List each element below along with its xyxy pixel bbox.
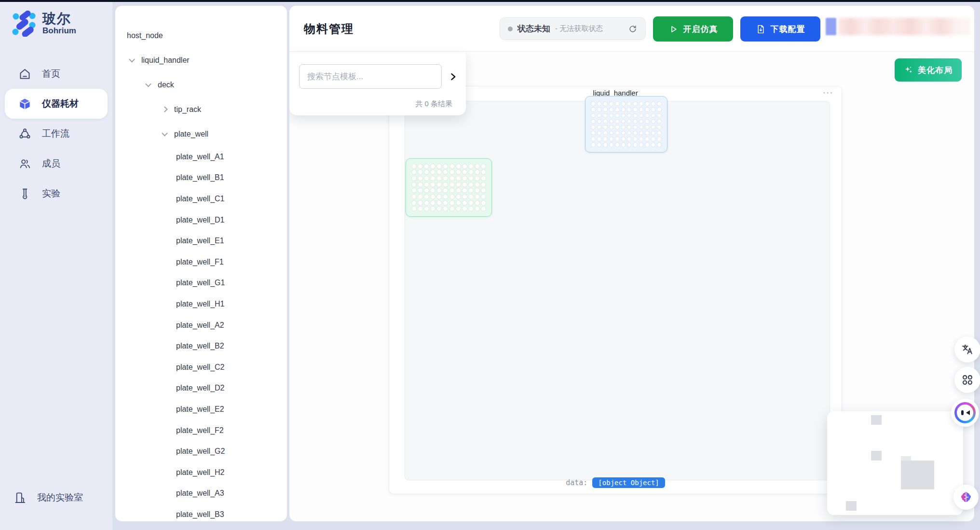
beautify-layout-button[interactable]: 美化布局 — [895, 58, 962, 82]
chevron-right-icon[interactable] — [162, 106, 168, 112]
deck-canvas[interactable] — [405, 101, 830, 480]
tree-node-plate_well_B1[interactable]: plate_well_B1 — [115, 167, 287, 189]
status-badge: 状态未知 - 无法获取状态 — [500, 17, 646, 40]
translate-button[interactable] — [954, 336, 980, 363]
tree-node-liquid_handler[interactable]: liquid_handler — [115, 48, 287, 72]
sidebar-item-experiment[interactable]: 实验 — [5, 179, 108, 209]
well — [615, 113, 620, 118]
tree-node-host_node[interactable]: host_node — [115, 23, 287, 48]
well — [411, 194, 417, 199]
well — [591, 125, 596, 130]
minimap-node-square — [871, 415, 882, 425]
well — [475, 164, 480, 169]
sidebar-item-my-lab[interactable]: 我的实验室 — [5, 484, 108, 512]
tree-node-plate_well_H2[interactable]: plate_well_H2 — [115, 462, 287, 483]
well — [597, 131, 602, 136]
page-header: 物料管理 状态未知 - 无法获取状态 开启仿真 下载配置 — [289, 6, 974, 52]
tree-node-label: plate_well_E1 — [176, 237, 224, 245]
well — [639, 119, 644, 124]
well — [456, 164, 461, 169]
tree-node-plate_well_F1[interactable]: plate_well_F1 — [115, 251, 287, 273]
tree-node-label: plate_well_A1 — [176, 153, 224, 161]
sidebar-item-instruments[interactable]: 仪器耗材 — [5, 89, 108, 119]
tree-node-label: plate_well_F2 — [176, 426, 224, 435]
apps-grid-button[interactable] — [954, 367, 980, 393]
app-logo-text: 玻尔 Bohrium — [42, 12, 76, 36]
well — [475, 194, 480, 199]
well — [609, 107, 614, 112]
tree-node-plate_well_F2[interactable]: plate_well_F2 — [115, 420, 287, 441]
tree-node-plate_well_G1[interactable]: plate_well_G1 — [115, 273, 287, 294]
workflow-icon — [18, 127, 31, 140]
tree-node-label: plate_well_G2 — [176, 447, 225, 456]
sidebar-item-home[interactable]: 首页 — [5, 59, 108, 89]
well — [603, 113, 608, 118]
canvas-minimap[interactable] — [827, 411, 963, 515]
well — [615, 107, 620, 112]
well — [468, 164, 474, 169]
sidebar-item-members[interactable]: 成员 — [5, 149, 108, 179]
tree-node-tip_rack[interactable]: tip_rack — [115, 97, 287, 122]
tree-node-plate_well[interactable]: plate_well — [115, 122, 287, 146]
start-simulation-button[interactable]: 开启仿真 — [653, 16, 733, 42]
tree-node-plate_well_E2[interactable]: plate_well_E2 — [115, 399, 287, 420]
status-dot-icon — [508, 27, 513, 31]
well — [639, 137, 644, 141]
chevron-down-icon[interactable] — [129, 56, 135, 63]
well — [609, 113, 614, 118]
tree-node-plate_well_G2[interactable]: plate_well_G2 — [115, 441, 287, 462]
tree-node-plate_well_C1[interactable]: plate_well_C1 — [115, 188, 287, 209]
tree-node-plate_well_D1[interactable]: plate_well_D1 — [115, 209, 287, 231]
node-menu-dots-icon[interactable]: ⋯ — [822, 87, 834, 98]
well-plate-green[interactable] — [406, 158, 492, 217]
download-config-button[interactable]: 下载配置 — [740, 16, 820, 42]
search-submit-chevron-icon[interactable] — [447, 71, 459, 84]
tree-node-plate_well_A2[interactable]: plate_well_A2 — [115, 315, 287, 336]
well — [609, 101, 614, 106]
tree-node-plate_well_D2[interactable]: plate_well_D2 — [115, 378, 287, 399]
well — [609, 119, 614, 124]
well — [627, 101, 632, 106]
tree-node-plate_well_A1[interactable]: plate_well_A1 — [115, 146, 287, 167]
tree-node-plate_well_C2[interactable]: plate_well_C2 — [115, 357, 287, 378]
app-logo[interactable]: 玻尔 Bohrium — [11, 11, 76, 37]
tree-node-plate_well_B2[interactable]: plate_well_B2 — [115, 335, 287, 357]
well — [430, 176, 436, 181]
tree-node-plate_well_B3[interactable]: plate_well_B3 — [115, 504, 287, 521]
well — [645, 137, 650, 141]
well — [449, 169, 455, 175]
well — [603, 137, 608, 141]
well — [621, 137, 626, 141]
well-plate-blue[interactable] — [585, 96, 667, 153]
well — [436, 169, 442, 175]
well — [651, 137, 656, 141]
sidebar-nav: 首页 仪器耗材 工作流 — [0, 59, 112, 209]
well — [411, 164, 417, 169]
liquid-handler-node[interactable]: liquid_handler ⋯ data: [object Object] — [389, 86, 842, 494]
well — [468, 169, 474, 175]
well — [621, 131, 626, 136]
ai-brain-button[interactable] — [953, 485, 979, 510]
well — [615, 101, 620, 106]
app-name-cn: 玻尔 — [42, 12, 76, 27]
assistant-robot-button[interactable] — [951, 399, 979, 427]
well — [443, 182, 448, 187]
well — [651, 107, 656, 112]
well — [456, 206, 461, 211]
tree-node-label: plate_well_E2 — [176, 405, 224, 414]
node-tree-panel: host_nodeliquid_handlerdecktip_rackplate… — [115, 6, 287, 521]
well — [481, 164, 486, 169]
tree-node-deck[interactable]: deck — [115, 72, 287, 97]
tree-node-plate_well_A3[interactable]: plate_well_A3 — [115, 483, 287, 504]
bohrium-logo-icon — [11, 11, 37, 37]
tree-node-plate_well_E1[interactable]: plate_well_E1 — [115, 230, 287, 251]
refresh-status-icon[interactable] — [628, 24, 638, 34]
search-input[interactable] — [299, 64, 442, 89]
well — [418, 182, 423, 187]
sidebar-item-workflow[interactable]: 工作流 — [5, 119, 108, 149]
well — [475, 206, 480, 211]
well — [449, 188, 455, 193]
chevron-down-icon[interactable] — [162, 130, 168, 137]
tree-node-plate_well_H1[interactable]: plate_well_H1 — [115, 293, 287, 315]
chevron-down-icon[interactable] — [145, 81, 151, 87]
